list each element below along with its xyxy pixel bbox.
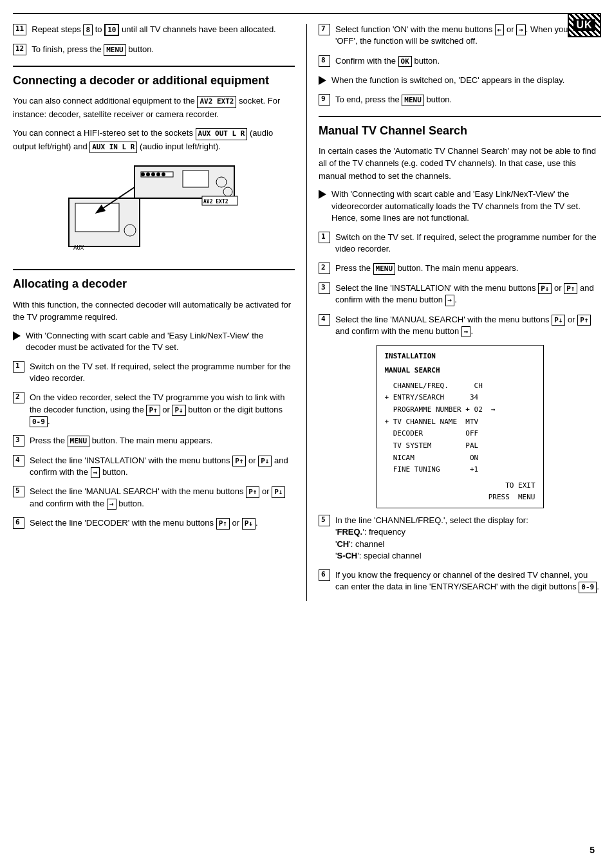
- svg-point-13: [223, 187, 232, 196]
- manual-step-6-text: If you know the frequency or channel of …: [335, 569, 601, 593]
- section1-para2: You can connect a HIFI-stereo set to the…: [13, 127, 295, 153]
- menu-footer: TO EXITPRESS MENU: [385, 480, 535, 503]
- right-step-num-8: 8: [319, 55, 330, 67]
- uk-badge: UK: [568, 13, 601, 37]
- section2-heading: Allocating a decoder: [13, 277, 295, 291]
- section2-intro: With this function, the connected decode…: [13, 299, 295, 324]
- alloc-step-4-text: Select the line 'INSTALLATION' with the …: [30, 455, 295, 479]
- manual-step-5: 5 In the line 'CHANNEL/FREQ.', select th…: [319, 515, 601, 562]
- right-step-8-text: Confirm with the OK button.: [335, 55, 601, 67]
- manual-intro: In certain cases the 'Automatic TV Chann…: [319, 145, 601, 183]
- manual-step-num-4: 4: [319, 314, 330, 326]
- menu-entry-tvsystem: TV SYSTEM PAL: [385, 440, 535, 452]
- right-column: 7 Select function 'ON' with the menu but…: [307, 24, 601, 601]
- svg-point-8: [151, 172, 155, 176]
- connection-diagram: AUX AV2 EXT2: [64, 163, 244, 259]
- manual-step-4: 4 Select the line 'MANUAL SEARCH' with t…: [319, 314, 601, 338]
- alloc-step-2: 2 On the video recorder, select the TV p…: [13, 392, 295, 427]
- manual-step-num-5: 5: [319, 515, 330, 526]
- manual-note-text: With 'Connecting with scart cable and 'E…: [331, 189, 601, 224]
- step-11-text: Repeat steps 8 to 10 until all TV channe…: [32, 24, 295, 36]
- svg-point-12: [216, 177, 227, 187]
- section1-heading: Connecting a decoder or additional equip…: [13, 73, 295, 88]
- alloc-step-num-2: 2: [13, 392, 24, 403]
- menu-display-box: INSTALLATION MANUAL SEARCH CHANNEL/FREQ.…: [331, 345, 588, 508]
- manual-section-heading: Manual TV Channel Search: [319, 124, 601, 138]
- manual-step-5-text: In the line 'CHANNEL/FREQ.', select the …: [335, 515, 601, 562]
- svg-point-2: [124, 225, 136, 236]
- step-12: 12 To finish, press the MENU button.: [13, 44, 295, 55]
- menu-entry-channel: CHANNEL/FREQ. CH: [385, 380, 535, 392]
- alloc-step-3-text: Press the MENU button. The main menu app…: [30, 435, 295, 447]
- alloc-step-3: 3 Press the MENU button. The main menu a…: [13, 435, 295, 447]
- step-11: 11 Repeat steps 8 to 10 until all TV cha…: [13, 24, 295, 36]
- step-num-12: 12: [13, 44, 26, 55]
- menu-box-content: INSTALLATION MANUAL SEARCH CHANNEL/FREQ.…: [377, 345, 544, 508]
- alloc-step-1-text: Switch on the TV set. If required, selec…: [30, 361, 295, 384]
- menu-entry-decoder: DECODER OFF: [385, 428, 535, 440]
- menu-subtitle: MANUAL SEARCH: [385, 365, 535, 376]
- section2-note-text: With 'Connecting with scart cable and 'E…: [26, 330, 295, 353]
- section2-note: With 'Connecting with scart cable and 'E…: [13, 330, 295, 353]
- section2-divider: [13, 269, 295, 270]
- right-step-8: 8 Confirm with the OK button.: [319, 55, 601, 67]
- alloc-step-num-6: 6: [13, 517, 24, 529]
- alloc-step-num-1: 1: [13, 361, 24, 373]
- manual-step-2-text: Press the MENU button. The main menu app…: [335, 263, 601, 274]
- menu-entry-nicam: NICAM ON: [385, 452, 535, 465]
- manual-step-num-6: 6: [319, 569, 330, 581]
- menu-entry-prog: PROGRAMME NUMBER + 02 →: [385, 404, 535, 416]
- manual-section-divider: [319, 116, 601, 117]
- svg-point-9: [156, 172, 160, 176]
- menu-entry-search: + ENTRY/SEARCH 34: [385, 392, 535, 404]
- right-note-arrow-icon: [319, 76, 326, 85]
- right-step-9-text: To end, press the MENU button.: [335, 94, 601, 106]
- right-step-7: 7 Select function 'ON' with the menu but…: [319, 24, 601, 48]
- left-column: 11 Repeat steps 8 to 10 until all TV cha…: [13, 24, 307, 601]
- top-divider: [13, 13, 601, 14]
- right-note-dec: When the function is switched on, 'DEC' …: [319, 75, 601, 86]
- note-arrow-icon: [13, 331, 21, 340]
- manual-step-1-text: Switch on the TV set. If required, selec…: [335, 232, 601, 255]
- right-step-9: 9 To end, press the MENU button.: [319, 94, 601, 106]
- alloc-step-6-text: Select the line 'DECODER' with the menu …: [30, 517, 295, 529]
- manual-step-3: 3 Select the line 'INSTALLATION' with th…: [319, 282, 601, 306]
- diagram-illustration: AUX AV2 EXT2: [13, 163, 295, 259]
- manual-note: With 'Connecting with scart cable and 'E…: [319, 189, 601, 224]
- manual-step-4-text: Select the line 'MANUAL SEARCH' with the…: [335, 314, 601, 338]
- right-step-num-9: 9: [319, 94, 330, 106]
- alloc-step-5: 5 Select the line 'MANUAL SEARCH' with t…: [13, 486, 295, 510]
- alloc-step-num-5: 5: [13, 486, 24, 497]
- manual-step-6: 6 If you know the frequency or channel o…: [319, 569, 601, 593]
- manual-step-3-text: Select the line 'INSTALLATION' with the …: [335, 282, 601, 306]
- section1-divider: [13, 66, 295, 67]
- alloc-step-4: 4 Select the line 'INSTALLATION' with th…: [13, 455, 295, 479]
- svg-text:AV2 EXT2: AV2 EXT2: [203, 199, 228, 205]
- alloc-step-6: 6 Select the line 'DECODER' with the men…: [13, 517, 295, 529]
- right-step-num-7: 7: [319, 24, 330, 35]
- svg-point-6: [141, 172, 145, 176]
- page-number: 5: [590, 845, 595, 855]
- svg-point-7: [146, 172, 150, 176]
- menu-entry-fine: FINE TUNING +1: [385, 464, 535, 476]
- manual-step-num-1: 1: [319, 232, 330, 243]
- menu-entry-tvname: + TV CHANNEL NAME MTV: [385, 416, 535, 429]
- section1-para1: You can also connect additional equipmen…: [13, 95, 295, 120]
- manual-step-num-2: 2: [319, 263, 330, 274]
- right-step-7-text: Select function 'ON' with the menu butto…: [335, 24, 601, 48]
- manual-step-2: 2 Press the MENU button. The main menu a…: [319, 263, 601, 274]
- alloc-step-1: 1 Switch on the TV set. If required, sel…: [13, 361, 295, 384]
- step-num-11: 11: [13, 24, 26, 35]
- svg-rect-1: [75, 203, 119, 232]
- alloc-step-2-text: On the video recorder, select the TV pro…: [30, 392, 295, 427]
- manual-step-num-3: 3: [319, 282, 330, 294]
- svg-text:AUX: AUX: [73, 245, 84, 251]
- uk-badge-label: UK: [573, 19, 595, 31]
- manual-note-arrow-icon: [319, 190, 326, 199]
- menu-title: INSTALLATION: [385, 351, 535, 362]
- alloc-step-num-3: 3: [13, 435, 24, 447]
- alloc-step-num-4: 4: [13, 455, 24, 466]
- step-12-text: To finish, press the MENU button.: [32, 44, 295, 55]
- right-note-dec-text: When the function is switched on, 'DEC' …: [331, 75, 601, 86]
- menu-entries: CHANNEL/FREQ. CH + ENTRY/SEARCH 34 PROGR…: [385, 380, 535, 477]
